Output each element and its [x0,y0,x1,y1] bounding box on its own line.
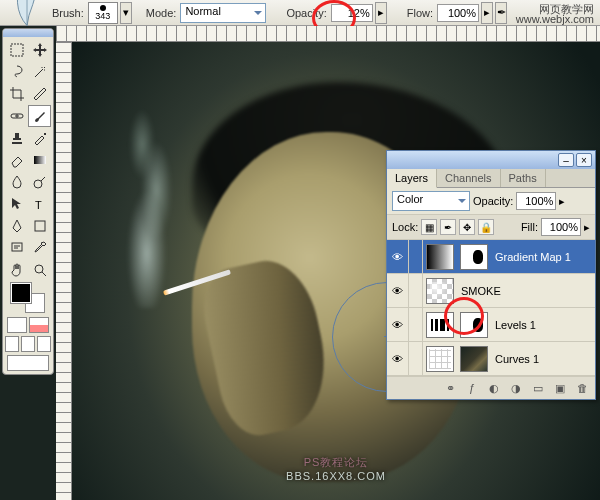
eyedropper-tool-icon[interactable] [28,237,51,259]
path-select-icon[interactable] [5,193,28,215]
svg-rect-2 [34,156,46,164]
mask-thumb-icon[interactable] [460,244,488,270]
dodge-tool-icon[interactable] [28,171,51,193]
flow-flyout-icon[interactable]: ▸ [481,2,493,24]
svg-point-3 [34,180,42,188]
jump-to-icon[interactable] [7,355,49,371]
trash-icon[interactable]: 🗑 [573,380,591,396]
wand-tool-icon[interactable] [28,61,51,83]
layer-name[interactable]: Curves 1 [491,353,539,365]
mask-thumb-icon[interactable] [460,346,488,372]
flow-label: Flow: [405,7,435,19]
layer-row[interactable]: 👁 Curves 1 [387,342,595,376]
svg-point-7 [35,265,43,273]
foreground-color-swatch[interactable] [11,283,31,303]
lock-pixels-icon[interactable]: ✒ [440,219,456,235]
brush-flyout-icon[interactable]: ▾ [120,2,132,24]
tab-paths[interactable]: Paths [501,169,546,187]
chevron-right-icon[interactable]: ▸ [584,221,590,234]
svg-rect-5 [35,221,45,231]
lock-label: Lock: [392,221,418,233]
layer-name[interactable]: Gradient Map 1 [491,251,571,263]
options-bar: Brush: 343 ▾ Mode: Normal Opacity: 12% ▸… [0,0,600,26]
gradient-tool-icon[interactable] [28,149,51,171]
new-layer-icon[interactable]: ▣ [551,380,569,396]
brush-preset-picker[interactable]: 343 [88,2,118,24]
svg-rect-6 [12,243,22,251]
screenmode-std-icon[interactable] [5,336,19,352]
layer-thumb-icon[interactable] [426,244,454,270]
slice-tool-icon[interactable] [28,83,51,105]
photo-smoke [110,98,190,308]
zoom-tool-icon[interactable] [28,259,51,281]
layer-list: 👁 Gradient Map 1 👁 SMOKE 👁 Levels 1 👁 Cu… [387,240,595,376]
flow-input[interactable]: 100% [437,4,479,22]
feather-icon [8,0,46,30]
panel-footer: ⚭ ƒ ◐ ◑ ▭ ▣ 🗑 [387,376,595,399]
move-tool-icon[interactable] [28,39,51,61]
panel-titlebar[interactable]: – × [387,151,595,169]
layer-blend-select[interactable]: Color [392,191,470,211]
layer-thumb-icon[interactable] [426,346,454,372]
crop-tool-icon[interactable] [5,83,28,105]
fill-input[interactable]: 100% [541,218,581,236]
type-tool-icon[interactable]: T [28,193,51,215]
layer-mask-icon[interactable]: ◐ [485,380,503,396]
screenmode-fullnb-icon[interactable] [37,336,51,352]
layer-opacity-input[interactable]: 100% [516,192,556,210]
visibility-icon[interactable]: 👁 [387,342,409,375]
group-icon[interactable]: ▭ [529,380,547,396]
annotation-circle-mask [444,297,484,335]
quickmask-mode-icon[interactable] [29,317,49,333]
layer-name[interactable]: Levels 1 [491,319,536,331]
notes-tool-icon[interactable] [5,237,28,259]
watermark-center: PS教程论坛 BBS.16XX8.COM [286,455,386,482]
tab-layers[interactable]: Layers [387,169,437,188]
ruler-vertical [56,42,72,500]
lasso-tool-icon[interactable] [5,61,28,83]
ruler-horizontal [56,26,600,42]
screenmode-full-icon[interactable] [21,336,35,352]
heal-tool-icon[interactable] [5,105,28,127]
tab-channels[interactable]: Channels [437,169,500,187]
watermark-top: 网页教学网 www.webjx.com [516,4,594,24]
tools-palette: T [2,28,54,375]
mode-label: Mode: [144,7,179,19]
color-swatches[interactable] [11,283,45,313]
adjustment-layer-icon[interactable]: ◑ [507,380,525,396]
shape-tool-icon[interactable] [28,215,51,237]
lock-position-icon[interactable]: ✥ [459,219,475,235]
chevron-right-icon[interactable]: ▸ [559,195,565,208]
marquee-tool-icon[interactable] [5,39,28,61]
lock-transparency-icon[interactable]: ▦ [421,219,437,235]
visibility-icon[interactable]: 👁 [387,240,409,273]
pen-tool-icon[interactable] [5,215,28,237]
layer-row[interactable]: 👁 Levels 1 [387,308,595,342]
layer-name[interactable]: SMOKE [457,285,501,297]
eraser-tool-icon[interactable] [5,149,28,171]
brush-tool-icon[interactable] [28,105,51,127]
lock-all-icon[interactable]: 🔒 [478,219,494,235]
opacity-flyout-icon[interactable]: ▸ [375,2,387,24]
layer-row[interactable]: 👁 SMOKE [387,274,595,308]
blur-tool-icon[interactable] [5,171,28,193]
history-brush-icon[interactable] [28,127,51,149]
layer-row[interactable]: 👁 Gradient Map 1 [387,240,595,274]
link-layers-icon[interactable]: ⚭ [441,380,459,396]
svg-text:T: T [35,199,42,211]
stamp-tool-icon[interactable] [5,127,28,149]
blend-mode-select[interactable]: Normal [180,3,266,23]
visibility-icon[interactable]: 👁 [387,274,409,307]
panel-tabs: Layers Channels Paths [387,169,595,188]
layer-thumb-icon[interactable] [426,278,454,304]
airbrush-icon[interactable]: ✒ [495,2,507,24]
minimize-button[interactable]: – [558,153,574,167]
hand-tool-icon[interactable] [5,259,28,281]
close-button[interactable]: × [576,153,592,167]
layer-opacity-label: Opacity: [473,195,513,207]
palette-grip[interactable] [3,29,53,37]
svg-rect-0 [11,44,23,56]
visibility-icon[interactable]: 👁 [387,308,409,341]
layer-style-icon[interactable]: ƒ [463,380,481,396]
standard-mode-icon[interactable] [7,317,27,333]
